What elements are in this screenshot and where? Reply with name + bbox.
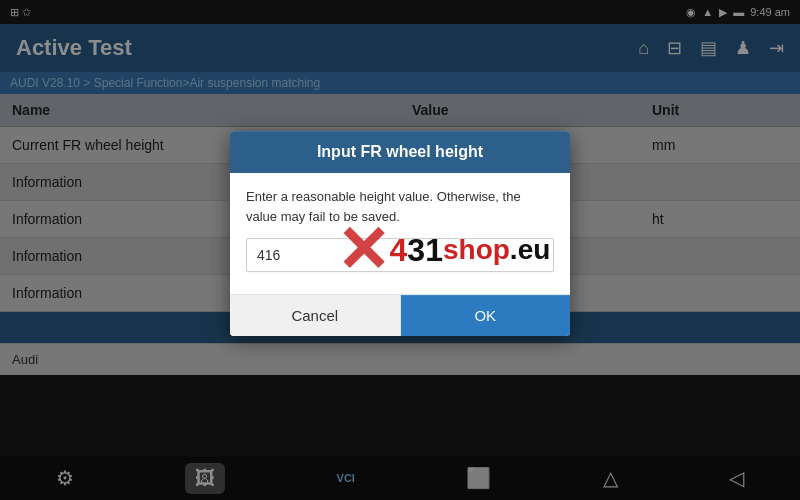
height-input[interactable] [246,238,554,272]
cancel-button[interactable]: Cancel [230,295,401,336]
dialog-buttons: Cancel OK [230,294,570,336]
dialog-body: Enter a reasonable height value. Otherwi… [230,173,570,294]
input-dialog: Input FR wheel height Enter a reasonable… [230,131,570,336]
dialog-header: Input FR wheel height [230,131,570,173]
page-wrapper: ⊞ ✩ ◉ ▲ ▶ ▬ 9:49 am Active Test ⌂ ⊟ ▤ ♟ … [0,0,800,500]
dialog-message: Enter a reasonable height value. Otherwi… [246,187,554,226]
ok-button[interactable]: OK [401,295,571,336]
